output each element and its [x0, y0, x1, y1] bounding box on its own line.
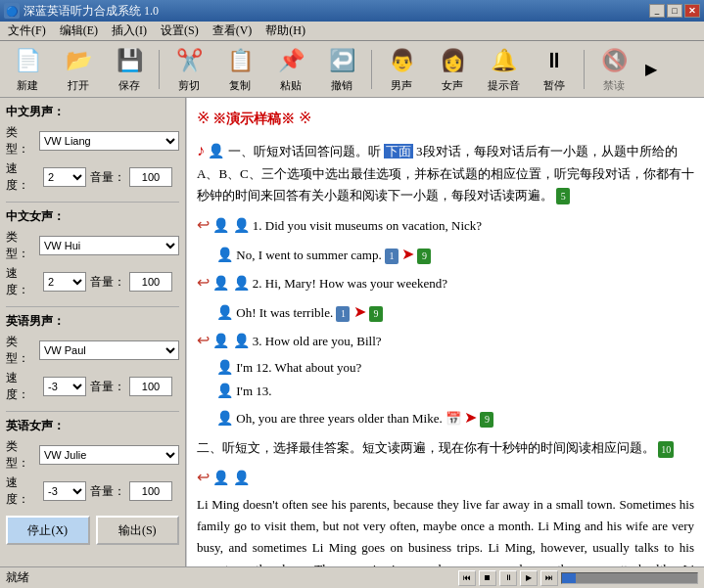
title-deco-left: ※	[197, 110, 210, 126]
en-male-vol-input[interactable]	[129, 377, 172, 396]
cn-male-speed-select[interactable]: 2	[43, 167, 86, 187]
person-icon12: 👤	[216, 411, 233, 426]
new-icon: 📄	[12, 45, 43, 76]
cn-female-speed-select[interactable]: 2	[43, 272, 86, 292]
menu-settings[interactable]: 设置(S)	[155, 21, 205, 41]
paste-icon: 📌	[275, 45, 306, 76]
tone-icon: 🔔	[488, 45, 519, 76]
window-title: 深蓝英语听力合成系统 1.0	[23, 3, 159, 20]
save-button[interactable]: 💾 保存	[106, 44, 153, 95]
content-area: ※ ※演示样稿※ ※ ♪ 👤 一、听短对话回答问题。听 下面 3段对话，每段对话…	[186, 98, 704, 566]
copy-button[interactable]: 📋 复制	[216, 44, 263, 95]
player-play-button[interactable]: ▶	[520, 570, 538, 586]
en-male-type-label: 类型：	[6, 334, 39, 367]
section2-text: 二、听短文，选择最佳答案。短文读两遍，现在你有十秒钟的时间阅读相应问题。	[197, 440, 655, 455]
cn-female-vol-label: 音量：	[90, 274, 125, 291]
section2-num-badge: 10	[658, 441, 674, 458]
en-female-speed-label: 速度：	[6, 475, 39, 508]
menu-insert[interactable]: 插入(I)	[106, 21, 153, 41]
en-male-section: 英语男声： 类型： VW Paul 速度： -3 音量：	[6, 313, 179, 403]
section1-text-before: 一、听短对话回答问题。听	[228, 144, 381, 158]
sep2	[371, 50, 372, 89]
close-button[interactable]: ✕	[684, 4, 700, 18]
stop-button[interactable]: 停止(X)	[6, 516, 90, 545]
cn-male-vol-input[interactable]	[129, 167, 172, 187]
person-icon8: 👤	[212, 334, 229, 348]
replay-icon3: ↩	[197, 332, 210, 348]
person-icon2: 👤	[212, 218, 229, 233]
person-icon5: 👤	[212, 276, 229, 291]
divider1	[6, 202, 179, 203]
en-female-type-select[interactable]: VW Julie	[39, 445, 179, 465]
player-pause-button[interactable]: ⏸	[499, 570, 517, 586]
en-female-speed-select[interactable]: -3	[43, 481, 86, 501]
arrow-icon1: ➤	[401, 246, 414, 262]
pause-button[interactable]: ⏸ 暂停	[531, 44, 578, 95]
en-female-vol-input[interactable]	[129, 481, 172, 501]
passage-content: Li Ming doesn't often see his parents, b…	[197, 497, 694, 566]
person-icon10: 👤	[216, 360, 233, 375]
person-icon3: 👤	[233, 218, 250, 233]
dialog1-answer-row: 👤 No, I went to summer camp. 1 ➤ 9	[216, 242, 694, 267]
cn-female-speed-label: 速度：	[6, 265, 39, 298]
dialog2-num2: 9	[369, 306, 383, 322]
dialog3-line3-row: 👤 Oh, you are three years older than Mik…	[216, 405, 694, 430]
player-prev-button[interactable]: ⏮	[458, 570, 476, 586]
cn-female-label: 中文女声：	[6, 208, 179, 225]
pause-icon: ⏸	[539, 45, 570, 76]
player-next-button[interactable]: ⏭	[540, 570, 558, 586]
dialog3-text: 3. How old are you, Bill?	[253, 334, 382, 348]
mute-button[interactable]: 🔇 禁读	[590, 44, 637, 95]
title-bar: 🔵 深蓝英语听力合成系统 1.0 _ □ ✕	[0, 0, 704, 22]
content-title-row: ※ ※演示样稿※ ※	[197, 106, 694, 131]
open-button[interactable]: 📂 打开	[55, 44, 102, 95]
dialog2-ans: Oh! It was terrible.	[236, 305, 333, 320]
extra-button[interactable]: ▶	[641, 44, 661, 95]
dialog2-text: 2. Hi, Mary! How was your weekend?	[253, 276, 447, 291]
save-icon: 💾	[114, 45, 145, 76]
tone-button[interactable]: 🔔 提示音	[480, 44, 527, 95]
app-icon: 🔵	[4, 3, 20, 19]
en-male-type-select[interactable]: VW Paul	[39, 340, 179, 360]
cn-male-type-select[interactable]: VW Liang	[39, 131, 179, 151]
menu-view[interactable]: 查看(V)	[207, 21, 258, 41]
new-button[interactable]: 📄 新建	[4, 44, 51, 95]
player-progress-bar[interactable]	[561, 572, 698, 584]
dialog3-row: ↩ 👤 👤 3. How old are you, Bill?	[197, 328, 694, 353]
arrow-icon2: ➤	[353, 303, 366, 320]
dialog1-text: 1. Did you visit museums on vacation, Ni…	[253, 218, 482, 233]
menu-edit[interactable]: 编辑(E)	[54, 21, 104, 41]
tone-label: 提示音	[488, 78, 520, 93]
maximize-button[interactable]: □	[667, 4, 682, 18]
female-voice-button[interactable]: 👩 女声	[429, 44, 476, 95]
menu-help[interactable]: 帮助(H)	[259, 21, 311, 41]
en-male-speed-select[interactable]: -3	[43, 377, 86, 396]
cn-male-section: 中文男声： 类型： VW Liang 速度： 2 音量：	[6, 104, 179, 194]
passage-person-icon1: 👤	[212, 471, 229, 485]
person-icon4: 👤	[216, 248, 233, 262]
cn-female-section: 中文女声： 类型： VW Hui 速度： 2 音量：	[6, 208, 179, 298]
save-label: 保存	[118, 78, 140, 93]
menu-file[interactable]: 文件(F)	[2, 21, 52, 41]
minimize-button[interactable]: _	[649, 4, 665, 18]
en-male-vol-label: 音量：	[90, 379, 125, 395]
paste-button[interactable]: 📌 粘贴	[267, 44, 314, 95]
male-voice-button[interactable]: 👨 男声	[378, 44, 425, 95]
title-deco-right: ※	[299, 110, 311, 126]
left-panel: 中文男声： 类型： VW Liang 速度： 2 音量： 中文女声： 类型：	[0, 98, 186, 566]
dialog3-num2: 9	[480, 412, 493, 428]
cn-female-type-select[interactable]: VW Hui	[39, 236, 179, 255]
person-icon7: 👤	[216, 305, 233, 320]
player-stop-button[interactable]: ⏹	[479, 570, 496, 586]
passage-replay-icon: ↩	[197, 469, 210, 485]
toolbar: 📄 新建 📂 打开 💾 保存 ✂️ 剪切 📋 复制 📌 粘贴 ↩️ 撤销 👨 男…	[0, 41, 704, 98]
cn-female-vol-input[interactable]	[129, 272, 172, 292]
output-button[interactable]: 输出(S)	[96, 516, 180, 545]
undo-button[interactable]: ↩️ 撤销	[318, 44, 365, 95]
section1-num-badge: 5	[556, 188, 570, 204]
cut-button[interactable]: ✂️ 剪切	[165, 44, 212, 95]
en-male-label: 英语男声：	[6, 313, 179, 330]
replay-icon1: ↩	[197, 216, 210, 233]
dialog3-line2: I'm 13.	[236, 384, 271, 398]
paste-label: 粘贴	[280, 78, 302, 93]
